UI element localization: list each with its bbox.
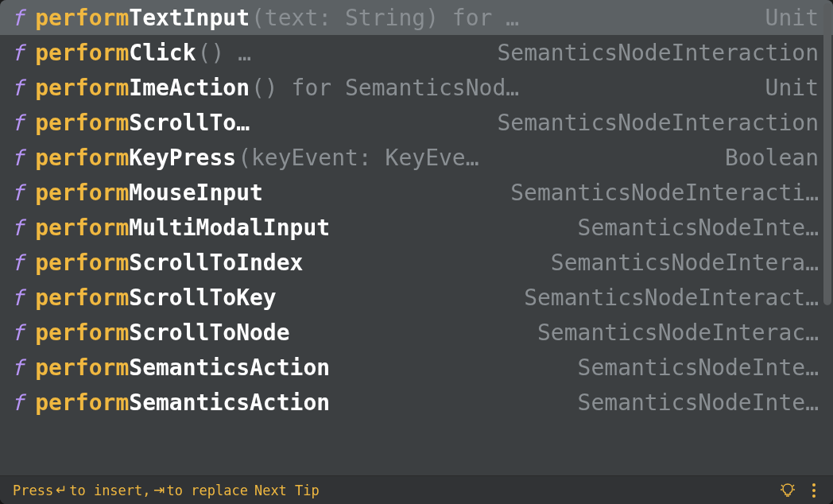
- suggestion-item[interactable]: fperformSemanticsActionSemanticsNodeInte…: [0, 385, 833, 420]
- matched-text: perform: [35, 390, 129, 416]
- return-type: SemanticsNodeInteraction: [497, 110, 819, 136]
- insert-key: ↵: [56, 482, 67, 498]
- replace-label: to replace: [167, 483, 248, 498]
- svg-line-2: [792, 485, 794, 487]
- return-type: SemanticsNodeInte…: [578, 390, 819, 416]
- matched-text: perform: [35, 250, 129, 276]
- method-rest: KeyPress: [129, 145, 236, 171]
- method-rest: ScrollTo…: [129, 110, 250, 136]
- svg-line-1: [781, 485, 783, 487]
- method-rest: SemanticsAction: [129, 390, 330, 416]
- method-signature: (text: String) for …: [251, 5, 751, 31]
- suggestion-item[interactable]: fperformClick() …SemanticsNodeInteractio…: [0, 35, 833, 70]
- function-icon: f: [11, 6, 24, 30]
- method-name: performKeyPress: [35, 145, 236, 171]
- footer-hint-text: Press ↵ to insert, ⇥ to replace: [13, 482, 248, 498]
- function-icon: f: [11, 250, 24, 275]
- matched-text: perform: [35, 145, 129, 171]
- method-rest: MultiModalInput: [129, 215, 330, 241]
- suggestion-item[interactable]: fperformSemanticsActionSemanticsNodeInte…: [0, 350, 833, 385]
- return-type: Boolean: [725, 145, 819, 171]
- method-rest: MouseInput: [129, 180, 263, 206]
- suggestion-item[interactable]: fperformScrollToIndexSemanticsNodeIntera…: [0, 245, 833, 280]
- suggestion-item[interactable]: fperformScrollToNodeSemanticsNodeInterac…: [0, 315, 833, 350]
- method-rest: SemanticsAction: [129, 355, 330, 381]
- function-icon: f: [11, 145, 24, 170]
- press-label: Press: [13, 483, 53, 498]
- matched-text: perform: [35, 40, 129, 66]
- matched-text: perform: [35, 320, 129, 346]
- matched-text: perform: [35, 285, 129, 311]
- matched-text: perform: [35, 180, 129, 206]
- matched-text: perform: [35, 215, 129, 241]
- method-name: performClick: [35, 40, 196, 66]
- method-name: performScrollToKey: [35, 285, 276, 311]
- suggestion-item[interactable]: fperformKeyPress(keyEvent: KeyEve…Boolea…: [0, 140, 833, 175]
- suggestion-item[interactable]: fperformScrollToKeySemanticsNodeInteract…: [0, 280, 833, 315]
- function-icon: f: [11, 215, 24, 240]
- method-name: performMouseInput: [35, 180, 263, 206]
- function-icon: f: [11, 390, 24, 415]
- matched-text: perform: [35, 355, 129, 381]
- function-icon: f: [11, 320, 24, 345]
- method-name: performTextInput: [35, 5, 250, 31]
- suggestion-item[interactable]: fperformImeAction() for SemanticsNod…Uni…: [0, 70, 833, 105]
- next-tip-link[interactable]: Next Tip: [254, 483, 320, 498]
- function-icon: f: [11, 285, 24, 310]
- return-type: SemanticsNodeInteracti…: [510, 180, 819, 206]
- suggestion-item[interactable]: fperformScrollTo…SemanticsNodeInteractio…: [0, 105, 833, 140]
- replace-key: ⇥: [153, 482, 165, 498]
- insert-label: to insert,: [69, 483, 150, 498]
- suggestion-item[interactable]: fperformMultiModalInputSemanticsNodeInte…: [0, 210, 833, 245]
- method-signature: (keyEvent: KeyEve…: [238, 145, 711, 171]
- suggestions-list: fperformTextInput(text: String) for …Uni…: [0, 0, 833, 475]
- function-icon: f: [11, 355, 24, 380]
- method-signature: () for SemanticsNod…: [251, 75, 751, 101]
- return-type: SemanticsNodeInte…: [578, 215, 819, 241]
- method-name: performImeAction: [35, 75, 250, 101]
- return-type: SemanticsNodeInte…: [578, 355, 819, 381]
- method-name: performScrollToNode: [35, 320, 289, 346]
- return-type: Unit: [765, 75, 819, 101]
- method-rest: Click: [129, 40, 196, 66]
- more-options-icon[interactable]: [808, 482, 820, 499]
- return-type: SemanticsNodeInterac…: [537, 320, 819, 346]
- method-rest: ScrollToNode: [129, 320, 289, 346]
- method-rest: ScrollToIndex: [129, 250, 303, 276]
- method-signature: () …: [198, 40, 483, 66]
- method-name: performMultiModalInput: [35, 215, 330, 241]
- function-icon: f: [11, 110, 24, 135]
- method-name: performSemanticsAction: [35, 355, 330, 381]
- return-type: SemanticsNodeIntera…: [551, 250, 819, 276]
- method-name: performSemanticsAction: [35, 390, 330, 416]
- function-icon: f: [11, 180, 24, 205]
- return-type: Unit: [765, 5, 819, 31]
- matched-text: perform: [35, 5, 129, 31]
- return-type: SemanticsNodeInteract…: [524, 285, 819, 311]
- method-rest: TextInput: [129, 5, 250, 31]
- function-icon: f: [11, 41, 24, 65]
- lightbulb-icon[interactable]: [779, 482, 796, 499]
- function-icon: f: [11, 76, 24, 100]
- method-name: performScrollTo…: [35, 110, 250, 136]
- matched-text: perform: [35, 75, 129, 101]
- autocomplete-popup: fperformTextInput(text: String) for …Uni…: [0, 0, 833, 504]
- method-rest: ScrollToKey: [129, 285, 276, 311]
- footer-bar: Press ↵ to insert, ⇥ to replace Next Tip: [0, 475, 833, 504]
- return-type: SemanticsNodeInteraction: [497, 40, 819, 66]
- method-name: performScrollToIndex: [35, 250, 303, 276]
- method-rest: ImeAction: [129, 75, 250, 101]
- matched-text: perform: [35, 110, 129, 136]
- scrollbar[interactable]: [823, 3, 831, 305]
- suggestion-item[interactable]: fperformTextInput(text: String) for …Uni…: [0, 0, 833, 35]
- suggestion-item[interactable]: fperformMouseInputSemanticsNodeInteracti…: [0, 175, 833, 210]
